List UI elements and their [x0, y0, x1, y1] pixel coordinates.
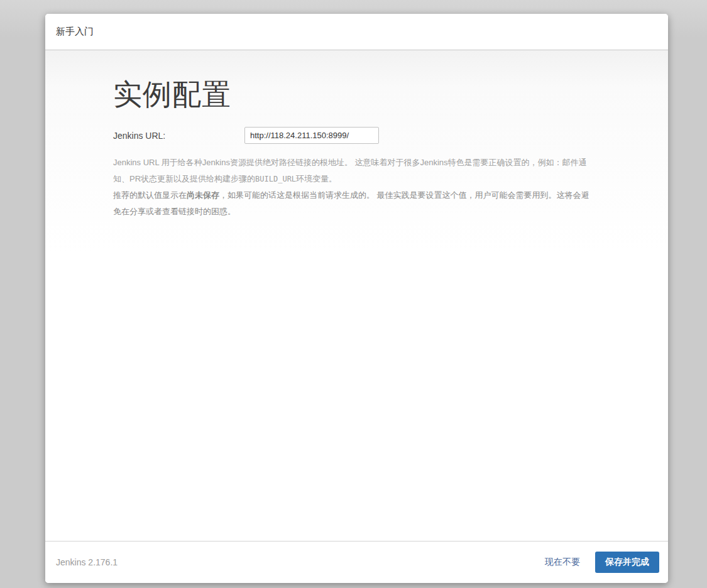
description1-tail: 环境变量。 — [296, 174, 337, 183]
description2-text: 推荐的默认值显示在 — [113, 190, 187, 200]
jenkins-url-form-row: Jenkins URL: — [113, 127, 594, 144]
page-title: 实例配置 — [113, 75, 594, 114]
footer-actions: 现在不要 保存并完成 — [545, 552, 659, 573]
jenkins-url-input[interactable] — [244, 127, 379, 144]
wizard-content: 实例配置 Jenkins URL: Jenkins URL 用于给各种Jenki… — [45, 50, 668, 541]
description1-text: Jenkins URL 用于给各种Jenkins资源提供绝对路径链接的根地址。 … — [113, 158, 587, 183]
jenkins-version-label: Jenkins 2.176.1 — [56, 557, 118, 567]
jenkins-url-label: Jenkins URL: — [113, 131, 244, 141]
wizard-header: 新手入门 — [45, 14, 668, 50]
build-url-code: BUILD_URL — [255, 175, 296, 183]
default-value-description: 推荐的默认值显示在尚未保存，如果可能的话这是根据当前请求生成的。 最佳实践是要设… — [113, 187, 594, 220]
jenkins-url-description: Jenkins URL 用于给各种Jenkins资源提供绝对路径链接的根地址。 … — [113, 155, 594, 187]
not-saved-emphasis: 尚未保存 — [187, 190, 219, 200]
save-and-finish-button[interactable]: 保存并完成 — [595, 552, 659, 573]
wizard-title: 新手入门 — [56, 26, 94, 38]
setup-wizard-modal: 新手入门 实例配置 Jenkins URL: Jenkins URL 用于给各种… — [45, 14, 668, 583]
not-now-link[interactable]: 现在不要 — [545, 557, 580, 568]
wizard-footer: Jenkins 2.176.1 现在不要 保存并完成 — [45, 541, 668, 583]
